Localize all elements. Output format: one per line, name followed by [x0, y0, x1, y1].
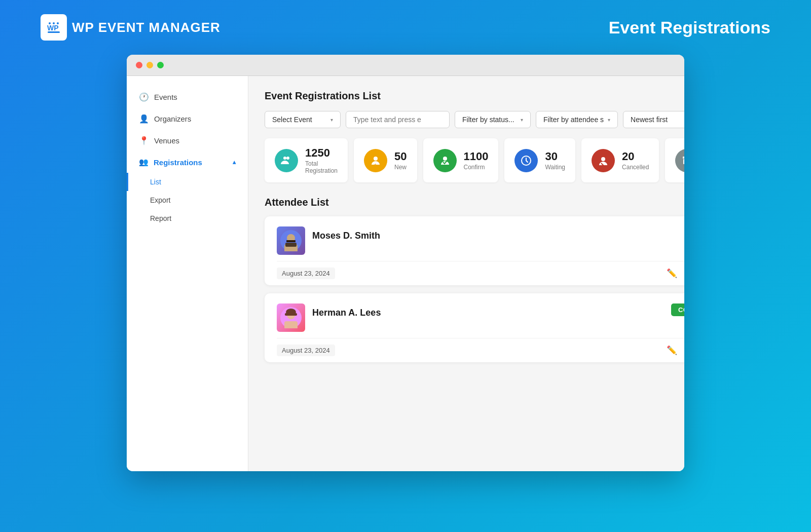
sidebar-item-venues-label: Venues	[154, 136, 179, 145]
stat-waiting-label: Waiting	[545, 164, 565, 171]
stat-waiting-info: 30 Waiting	[545, 150, 565, 171]
sidebar-item-venues[interactable]: 📍 Venues	[127, 130, 248, 151]
svg-point-12	[601, 157, 605, 161]
wp-logo-icon: WP	[41, 14, 67, 41]
registrations-chevron-icon: ▴	[233, 159, 236, 166]
sidebar-item-events-label: Events	[154, 93, 177, 101]
stat-confirm: 1100 Confirm	[423, 138, 499, 182]
page-title-header: Event Registrations	[609, 18, 770, 37]
stat-total-label: TotalRegistration	[305, 160, 338, 174]
attendee-right-herman: CONFIRMED Check in	[671, 303, 684, 327]
avatar-img-moses	[277, 226, 305, 255]
sub-list-label: List	[150, 178, 161, 186]
status-badge-herman: CONFIRMED	[671, 303, 684, 316]
attendee-left-moses: Moses D. Smith	[277, 226, 380, 255]
window-minimize-dot[interactable]	[146, 62, 153, 68]
edit-icon-moses[interactable]: ✏️	[667, 268, 677, 279]
event-select-label: Select Event	[272, 116, 312, 124]
window-body: 🕐 Events 👤 Organizers 📍 Venues 👥 Registr…	[127, 76, 684, 471]
attendee-top-moses: Moses D. Smith NEW Check in	[277, 226, 684, 255]
stat-archived-icon	[675, 149, 684, 172]
attendee-name-herman: Herman A. Lees	[312, 303, 381, 318]
stat-cancelled-icon	[592, 149, 615, 172]
attendee-actions-moses: ✏️ 📋 ✉️ ☰	[667, 268, 684, 279]
venues-icon: 📍	[139, 136, 149, 145]
registrations-left: 👥 Registrations	[139, 158, 202, 167]
stat-new-info: 50 New	[394, 150, 407, 171]
stat-archived: 50 Archived	[665, 138, 684, 182]
svg-point-10	[443, 157, 447, 161]
attendee-footer-herman: August 23, 2024 ✏️ 📋 ✉️ ☰	[277, 338, 684, 362]
attendee-date-moses: August 23, 2024	[277, 268, 335, 279]
status-select[interactable]: Filter by status... ▾	[455, 111, 531, 128]
stat-new-label: New	[394, 164, 407, 171]
sort-select[interactable]: Newest first ▾	[623, 111, 684, 128]
sidebar-item-registrations[interactable]: 👥 Registrations ▴	[127, 151, 248, 173]
organizers-icon: 👤	[139, 114, 149, 124]
avatar-herman	[277, 303, 305, 332]
main-window: 🕐 Events 👤 Organizers 📍 Venues 👥 Registr…	[127, 55, 684, 471]
stat-confirm-info: 1100 Confirm	[464, 150, 489, 171]
svg-rect-20	[285, 243, 297, 247]
attendee-select[interactable]: Filter by attendee s ▾	[536, 111, 618, 128]
event-select[interactable]: Select Event ▾	[265, 111, 341, 128]
sidebar-sub-item-list[interactable]: List	[127, 173, 248, 191]
window-close-dot[interactable]	[136, 62, 142, 68]
window-maximize-dot[interactable]	[157, 62, 164, 68]
events-icon: 🕐	[139, 92, 149, 102]
status-select-label: Filter by status...	[462, 116, 514, 124]
svg-text:+: +	[374, 162, 377, 167]
edit-icon-herman[interactable]: ✏️	[667, 345, 677, 356]
sidebar-item-organizers[interactable]: 👤 Organizers	[127, 108, 248, 130]
stat-total: 1250 TotalRegistration	[265, 138, 348, 182]
svg-rect-2	[48, 31, 60, 33]
sort-select-label: Newest first	[631, 116, 668, 124]
sidebar-item-registrations-label: Registrations	[154, 158, 202, 167]
attendee-section-title: Attendee List	[265, 197, 684, 208]
stat-waiting: 30 Waiting	[504, 138, 575, 182]
sidebar-sub-item-report[interactable]: Report	[127, 209, 248, 227]
logo-area: WP WP EVENT MANAGER	[41, 14, 220, 41]
sidebar: 🕐 Events 👤 Organizers 📍 Venues 👥 Registr…	[127, 76, 248, 471]
attendee-actions-herman: ✏️ 📋 ✉️ ☰	[667, 345, 684, 356]
status-select-caret-icon: ▾	[521, 117, 523, 123]
text-search-input[interactable]	[346, 111, 450, 128]
attendee-card-herman: Herman A. Lees CONFIRMED Check in August…	[265, 293, 684, 362]
svg-point-6	[283, 157, 286, 160]
attendee-footer-moses: August 23, 2024 ✏️ 📋 ✉️ ☰	[277, 261, 684, 285]
attendee-name-moses: Moses D. Smith	[312, 226, 380, 241]
stat-cancelled-label: Cancelled	[622, 164, 649, 171]
sidebar-item-events[interactable]: 🕐 Events	[127, 86, 248, 108]
attendee-left-herman: Herman A. Lees	[277, 303, 381, 332]
moses-name: Moses D. Smith	[312, 231, 380, 241]
attendee-top-herman: Herman A. Lees CONFIRMED Check in	[277, 303, 684, 332]
svg-text:WP: WP	[47, 24, 59, 32]
logo-text: WP EVENT MANAGER	[72, 20, 220, 35]
avatar-img-herman	[277, 303, 305, 332]
stat-total-icon	[275, 149, 298, 172]
stat-cancelled-info: 20 Cancelled	[622, 150, 649, 171]
svg-point-3	[49, 22, 51, 24]
app-header: WP WP EVENT MANAGER Event Registrations	[0, 0, 811, 55]
svg-rect-26	[285, 313, 297, 316]
window-titlebar	[127, 55, 684, 76]
stat-cancelled: 20 Cancelled	[581, 138, 659, 182]
stat-cancelled-number: 20	[622, 150, 649, 163]
stats-row: 1250 TotalRegistration + 50 New	[265, 138, 684, 182]
sidebar-item-organizers-label: Organizers	[154, 115, 191, 123]
svg-rect-15	[683, 159, 684, 164]
attendee-date-herman: August 23, 2024	[277, 345, 335, 356]
stat-waiting-number: 30	[545, 150, 565, 163]
attendee-select-label: Filter by attendee s	[543, 116, 604, 124]
stat-new: + 50 New	[354, 138, 417, 182]
svg-rect-21	[286, 240, 296, 242]
stat-confirm-icon	[433, 149, 457, 172]
sub-export-label: Export	[150, 196, 170, 204]
herman-name: Herman A. Lees	[312, 308, 381, 318]
svg-point-5	[57, 22, 59, 24]
attendee-card-moses: Moses D. Smith NEW Check in August 23, 2…	[265, 216, 684, 285]
stat-waiting-icon	[514, 149, 538, 172]
stat-new-number: 50	[394, 150, 407, 163]
sidebar-sub-item-export[interactable]: Export	[127, 191, 248, 209]
svg-point-8	[374, 157, 378, 161]
